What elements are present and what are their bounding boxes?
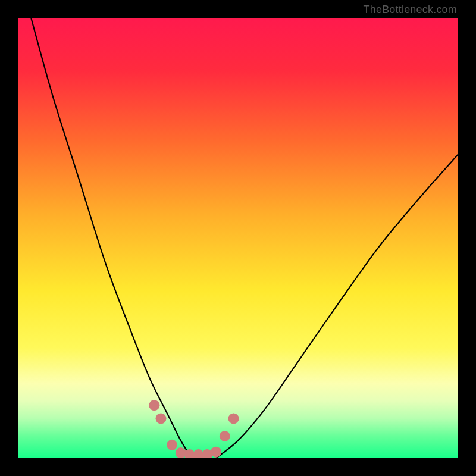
chart-plot-area (18, 18, 458, 458)
trough-marker-dot (167, 440, 177, 450)
trough-marker-dot (228, 413, 239, 424)
trough-marker-dot (220, 431, 230, 441)
chart-svg (18, 18, 458, 458)
trough-marker-dot (149, 400, 159, 411)
trough-marker-dot (156, 413, 167, 424)
trough-marker-dot (176, 447, 186, 458)
watermark-text: TheBottleneck.com (364, 4, 457, 16)
trough-marker-dot (211, 447, 221, 458)
chart-background (18, 18, 458, 458)
